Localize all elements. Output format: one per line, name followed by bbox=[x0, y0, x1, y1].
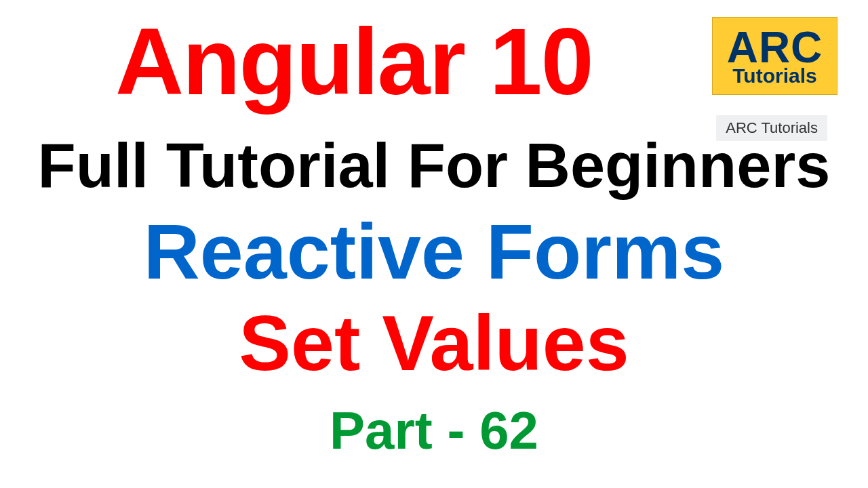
subtitle-text: Full Tutorial For Beginners bbox=[0, 130, 868, 201]
part-number: Part - 62 bbox=[0, 400, 868, 462]
main-title: Angular 10 bbox=[115, 7, 593, 117]
logo-text-tutorials: Tutorials bbox=[732, 66, 816, 86]
channel-logo: ARC Tutorials bbox=[712, 17, 837, 95]
topic-line-2: Set Values bbox=[0, 298, 868, 388]
logo-text-arc: ARC bbox=[727, 26, 823, 69]
topic-line-1: Reactive Forms bbox=[0, 207, 868, 296]
